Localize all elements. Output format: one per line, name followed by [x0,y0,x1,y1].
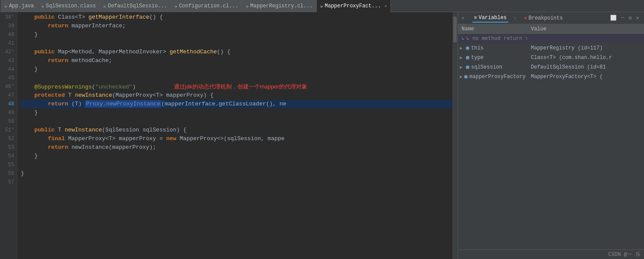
java-file-icon-2: ☕ [41,3,44,9]
panel-tab-separator: ✕ [514,15,517,22]
code-line-51: public T newInstance(SqlSession sqlSessi… [21,126,452,134]
line-num-45: 45 [0,74,14,82]
tab-app-java[interactable]: ☕ App.java [1,0,38,12]
code-line-38: public Class<T> getMapperInterface() { [21,13,452,22]
java-file-icon-3: ☕ [103,3,106,9]
line-num-38: 38° [0,13,14,22]
row-value-this: MapperRegistry (id=117) [527,45,606,51]
line-num-55: 55 [0,161,14,169]
line-num-40: 40 [0,30,14,39]
main-area: 38° 39 40 41 42° 43 44 45 46° 47 48 49 5… [0,12,644,259]
line-num-56: 56 [0,169,14,178]
code-line-49: } [21,108,452,117]
code-line-44: } [21,65,452,74]
expand-this-icon[interactable]: ▶ [460,46,464,51]
tab-configuration[interactable]: ☕ Configuration.cl... [171,0,242,12]
row-value-sql-session: DefaultSqlSession (id=81 [527,64,609,70]
line-num-57: 57 [0,178,14,187]
line-num-41: 41 [0,39,14,48]
code-line-53: return newInstance(mapperProxy); [21,143,452,152]
java-file-icon: ☕ [4,3,7,9]
code-editor: 38° 39 40 41 42° 43 44 45 46° 47 48 49 5… [0,12,458,259]
tab-bar: ☕ App.java ☕ SqlSession.class ☕ DefaultS… [0,0,644,12]
line-num-48: 48 [0,100,14,108]
tab-sql-session[interactable]: ☕ SqlSession.class [38,0,100,12]
close-panel-icon[interactable]: ✕ [635,14,641,22]
minimize-icon[interactable]: — [620,14,625,22]
java-file-icon-6: ☕ [320,3,323,9]
code-content: 38° 39 40 41 42° 43 44 45 46° 47 48 49 5… [0,12,458,259]
variables-icon: ≡ [474,15,477,20]
row-name-sql-session: ▶ sqlSession [458,64,527,70]
csdn-label: CSDN @一 乐 [608,251,641,258]
expand-sql-icon[interactable]: ▶ [460,65,464,70]
table-row-mapper-proxy-factory[interactable]: ▶ mapperProxyFactory MapperProxyFactory<… [458,72,644,82]
tab-mapper-registry[interactable]: ☕ MapperRegistry.cl... [242,0,317,12]
line-num-52: 52 [0,134,14,143]
row-name-no-return: ↳ ↳ no method return value [458,35,527,42]
close-tab-icon[interactable]: ✕ [384,3,387,9]
row-value-type: Class<T> (com.shan.hello.r [527,55,615,61]
dot-mapper-icon [464,75,468,79]
tab-variables[interactable]: ≡ Variables [472,14,508,23]
code-line-52: final MapperProxy<T> mapperProxy = new M… [21,134,452,143]
vertical-scrollbar[interactable] [452,12,458,259]
row-name-type: ▶ type [458,55,527,61]
table-header: Name Value [458,24,644,34]
line-num-46: 46° [0,82,14,91]
table-row-no-return[interactable]: ↳ ↳ no method return value [458,34,644,43]
restore-icon[interactable]: ⬜ [609,14,618,22]
expand-type-icon[interactable]: ▶ [460,55,464,60]
col-header-name: Name [458,26,527,32]
dot-sql-icon [466,66,469,69]
code-line-56: } [21,169,452,178]
code-line-48: return (T) Proxy.newProxyInstance(mapper… [21,100,452,108]
code-line-39: return mapperInterface; [21,22,452,30]
scrollbar-thumb[interactable] [453,16,457,43]
row-name-mapper-proxy: ▶ mapperProxyFactory [458,74,527,80]
code-line-40: } [21,30,452,39]
line-num-49: 49 [0,108,14,117]
table-row-this[interactable]: ▶ this MapperRegistry (id=117) [458,43,644,53]
code-line-55 [21,161,452,169]
code-line-42: public Map<Method, MapperMethodInvoker> … [21,48,452,56]
code-line-57 [21,178,452,187]
line-numbers: 38° 39 40 41 42° 43 44 45 46° 47 48 49 5… [0,12,17,259]
line-num-47: 47 [0,91,14,100]
line-num-51: 51° [0,126,14,134]
tab-breakpoints[interactable]: ● Breakpoints [522,14,565,22]
dot-type-icon [466,56,469,59]
code-line-50 [21,117,452,126]
row-value-mapper-proxy: MapperProxyFactory<T> ( [527,74,606,80]
line-num-44: 44 [0,65,14,74]
row-name-this: ▶ this [458,45,527,51]
line-num-43: 43 [0,56,14,65]
code-line-43: return methodCache; [21,56,452,65]
line-num-42: 42° [0,48,14,56]
arrow-no-return: ↳ [462,36,465,41]
java-file-icon-4: ☕ [175,3,178,9]
table-row-type[interactable]: ▶ type Class<T> (com.shan.hello.r [458,53,644,62]
panel-tab-bar: ✕ ≡ Variables ✕ ● Breakpoints ⬜ — ⚙ ✕ [458,12,644,24]
code-lines[interactable]: public Class<T> getMapperInterface() { r… [17,12,452,259]
panel-controls: ⬜ — ⚙ ✕ [609,14,641,22]
line-num-39: 39 [0,22,14,30]
breakpoints-icon: ● [524,16,527,21]
right-panel-status-bar: CSDN @一 乐 [458,249,644,259]
tab-default-sql[interactable]: ☕ DefaultSqlSessio... [100,0,171,12]
code-line-46: @SuppressWarnings("unchecked") 通过jdk的动态代… [21,82,452,91]
panel-close-icon[interactable]: ✕ [462,15,465,21]
panel-settings-icon[interactable]: ⚙ [628,14,633,22]
code-line-41 [21,39,452,48]
table-row-sql-session[interactable]: ▶ sqlSession DefaultSqlSession (id=81 [458,62,644,72]
right-panel: ✕ ≡ Variables ✕ ● Breakpoints ⬜ — ⚙ ✕ Na… [458,12,644,259]
line-num-50: 50 [0,117,14,126]
expand-mapper-icon[interactable]: ▶ [460,74,462,79]
tab-mapper-proxy-factory[interactable]: ☕ MapperProxyFact... ✕ [317,0,391,12]
variables-table: Name Value ↳ ↳ no method return value ▶ … [458,24,644,249]
code-line-45 [21,74,452,82]
code-line-47: protected T newInstance(MapperProxy<T> m… [21,91,452,100]
dot-this-icon [466,46,469,50]
java-file-icon-5: ☕ [246,3,249,9]
col-header-value: Value [527,26,550,32]
